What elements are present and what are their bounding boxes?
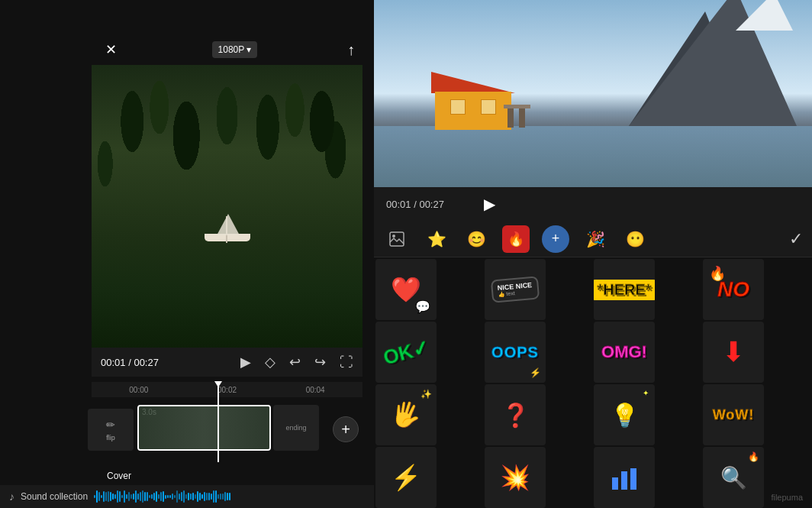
right-panel: 00:01 / 00:27 ▶ ⭐ 😊 🔥 + 🎉 (374, 0, 812, 508)
left-panel: ✕ 1080P ▾ ↑ 00:01 / 00:27 ▶ ◇ ↩ ↪ ⛶ (0, 0, 374, 508)
svg-rect-0 (390, 232, 404, 246)
timeline-ruler: 00:00 00:02 00:04 (92, 382, 362, 397)
mountain-background (374, 0, 812, 187)
sticker-no[interactable]: NO 🔥 (703, 259, 764, 320)
video-header: ✕ 1080P ▾ ↑ (92, 38, 362, 61)
house-body (435, 92, 511, 130)
sticker-heart-speech[interactable]: ❤️ 💬 (375, 259, 437, 320)
undo-button[interactable]: ↩ (289, 354, 301, 370)
sticker-chart-bars[interactable] (594, 447, 655, 508)
sticker-here[interactable]: *HERE* (594, 259, 655, 320)
ruler-mark-2: 00:04 (271, 386, 359, 394)
cover-label: Cover (107, 471, 131, 481)
emoji-tab-icon[interactable]: 😊 (462, 225, 490, 253)
flip-label: flip (106, 434, 115, 442)
track-main-clip[interactable]: 3.0s (137, 405, 271, 451)
tree-overlay (92, 65, 362, 348)
sticker-omg[interactable]: OMG! (594, 322, 655, 383)
sticker-nice-nice[interactable]: NICE NICE 👍 text (485, 259, 546, 320)
dock-post-left (508, 108, 514, 128)
ruler-mark-1: 00:02 (183, 386, 272, 394)
clip-thumbnail (139, 406, 269, 449)
sticker-lightning[interactable]: ⚡ (375, 447, 437, 508)
resolution-button[interactable]: 1080P ▾ (212, 41, 258, 58)
dock-post-right (519, 108, 525, 128)
waveform-bars (94, 489, 365, 504)
svg-rect-3 (621, 471, 627, 490)
water-area (374, 126, 812, 187)
yellow-house (435, 76, 511, 130)
sticker-question[interactable]: ❓ (485, 384, 546, 445)
right-play-button[interactable]: ▶ (484, 195, 495, 213)
boat-sail (217, 214, 240, 235)
sound-collection-label: Sound collection (21, 491, 88, 502)
pending-label: ending (285, 424, 306, 432)
house-window-left (450, 99, 466, 115)
svg-rect-2 (612, 477, 618, 490)
waveform-display (94, 489, 365, 504)
track-pending: ending (273, 405, 319, 451)
sticker-lightbulb[interactable]: 💡 ✦ (594, 384, 655, 445)
video-preview (92, 65, 362, 348)
photo-preview (374, 0, 812, 187)
video-controls-bar: 00:01 / 00:27 ▶ ◇ ↩ ↪ ⛶ (92, 348, 362, 377)
party-tab-icon[interactable]: 🎉 (582, 225, 609, 253)
sticker-ok[interactable]: OK✓ (375, 322, 437, 383)
hot-tab-icon[interactable]: 🔥 (502, 225, 530, 253)
redo-button[interactable]: ↪ (314, 354, 326, 370)
snow-cap (736, 0, 793, 31)
sticker-toolbar: ⭐ 😊 🔥 + 🎉 😶 ✓ (374, 221, 812, 257)
house-roof (431, 72, 515, 93)
time-display: 00:01 / 00:27 (101, 357, 159, 368)
svg-rect-4 (630, 468, 636, 490)
track-item-flip[interactable]: ✏ flip (88, 409, 134, 451)
sticker-arrow-down[interactable]: ⬇ (703, 322, 764, 383)
sticker-wow[interactable]: WoW! (703, 384, 764, 445)
ruler-marks: 00:00 00:02 00:04 (92, 382, 362, 397)
edit-icon: ✏ (106, 419, 115, 431)
sticker-oops[interactable]: OOPS ⚡ (485, 322, 546, 383)
fullscreen-button[interactable]: ⛶ (340, 354, 353, 370)
right-time-display: 00:01 / 00:27 (386, 199, 444, 210)
right-video-controls: 00:01 / 00:27 ▶ (374, 187, 812, 221)
boat (205, 234, 250, 249)
dock-plank (504, 105, 530, 108)
add-button[interactable]: + (333, 416, 359, 442)
play-button[interactable]: ▶ (240, 354, 251, 370)
watermark: filepuma (771, 493, 803, 502)
timeline-cursor[interactable] (218, 386, 219, 462)
ruler-mark-0: 00:00 (95, 386, 183, 394)
star-tab-icon[interactable]: ⭐ (423, 225, 450, 253)
filter-button[interactable]: ◇ (265, 354, 276, 370)
face-tab-icon[interactable]: 😶 (621, 225, 649, 253)
sticker-search[interactable]: 🔍 🔥 (703, 447, 764, 508)
confirm-button[interactable]: ✓ (789, 229, 803, 249)
export-button[interactable]: ↑ (347, 41, 355, 59)
control-icons: ▶ ◇ ↩ ↪ ⛶ (240, 354, 353, 370)
sticker-finger-point[interactable]: 🖐 ✨ (375, 384, 437, 445)
plus-tab-icon[interactable]: + (542, 225, 569, 253)
forest-background (92, 65, 362, 348)
sound-collection-bar[interactable]: ♪ Sound collection (0, 485, 374, 508)
image-tab-icon[interactable] (383, 225, 411, 253)
svg-point-1 (392, 235, 395, 238)
music-icon: ♪ (9, 490, 14, 503)
house-window-right (481, 99, 496, 115)
sticker-explosion[interactable]: 💥 (485, 447, 546, 508)
sticker-grid: ❤️ 💬 NICE NICE 👍 text *HERE* NO 🔥 OK✓ OO… (374, 257, 812, 508)
close-button[interactable]: ✕ (99, 38, 122, 61)
